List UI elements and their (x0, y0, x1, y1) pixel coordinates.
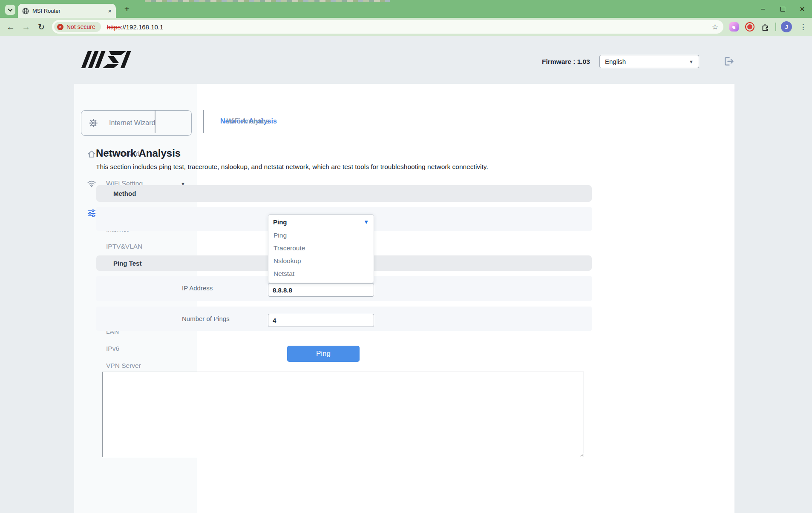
method-dropdown-list: Ping Traceroute Nslookup Netstat (268, 229, 374, 283)
sliders-icon (87, 209, 96, 218)
language-select[interactable]: English ▼ (599, 55, 699, 68)
number-of-pings-label: Number of Pings (182, 315, 230, 322)
method-dropdown: Ping ▼ Ping Traceroute Nslookup Netstat (268, 214, 374, 283)
number-of-pings-input[interactable] (268, 314, 374, 327)
sidebar-subitem-iptv-vlan[interactable]: IPTV&VLAN (106, 241, 142, 252)
not-secure-label: Not secure (66, 23, 95, 30)
close-button[interactable]: × (792, 0, 812, 18)
page-title: Network Analysis (96, 147, 181, 159)
minimize-button[interactable]: – (753, 0, 773, 18)
reload-button[interactable]: ↻ (34, 18, 49, 36)
chevron-down-icon: ▼ (689, 59, 694, 64)
home-icon (87, 149, 96, 159)
recording-indicator-icon[interactable] (745, 22, 754, 32)
page-description: This section includes ping test, tracero… (96, 163, 488, 171)
profile-avatar[interactable]: J (781, 21, 792, 32)
method-option-netstat[interactable]: Netstat (268, 267, 374, 280)
back-button[interactable]: ← (3, 18, 18, 36)
browser-tab[interactable]: MSI Router × (18, 4, 116, 18)
extensions-puzzle-icon[interactable] (760, 22, 770, 32)
chevron-down-icon (8, 7, 12, 11)
ip-address-label: IP Address (182, 284, 213, 292)
ip-address-input[interactable] (268, 283, 374, 297)
sidebar-item-label: Internet Wizard (109, 119, 155, 127)
browser-titlebar: MSI Router × + – × (0, 0, 812, 18)
chevron-down-icon: ▼ (363, 219, 369, 225)
browser-menu-icon[interactable]: ⋮ (798, 21, 809, 32)
tab-divider (203, 110, 204, 133)
tab-wifi-analytics[interactable]: WiFi Analytics (227, 118, 269, 125)
desktop-edge-artifact (145, 0, 390, 2)
ping-button[interactable]: Ping (287, 346, 360, 362)
method-dropdown-value[interactable]: Ping ▼ (268, 215, 374, 229)
url-text: https://192.168.10.1 (107, 23, 164, 31)
extension-glyph (732, 25, 736, 29)
not-secure-badge[interactable]: × Not secure (54, 22, 101, 32)
url-scheme: https (107, 23, 121, 31)
maximize-button[interactable] (773, 0, 792, 18)
maximize-icon (780, 7, 785, 11)
content-card: Internet Wizard Dashboard WiFi Setting ▼ (74, 84, 734, 513)
firmware-version: Firmware : 1.03 (542, 58, 590, 66)
method-selected-value: Ping (273, 218, 363, 226)
wifi-icon (87, 179, 96, 189)
new-tab-button[interactable]: + (121, 3, 133, 15)
method-option-ping[interactable]: Ping (268, 229, 374, 242)
record-dot (747, 24, 752, 29)
extension-icon[interactable] (729, 22, 739, 32)
sidebar-subitem-ipv6[interactable]: IPv6 (106, 344, 119, 354)
globe-icon (22, 8, 29, 14)
bookmark-star-icon[interactable]: ☆ (712, 23, 718, 32)
toolbar-separator (775, 23, 776, 31)
address-bar[interactable]: × Not secure https://192.168.10.1 ☆ (52, 20, 723, 34)
language-value: English (605, 58, 689, 65)
sidebar-subitem-vpn-server[interactable]: VPN Server (106, 361, 141, 371)
router-page: Firmware : 1.03 English ▼ (0, 36, 812, 513)
tab-search-button[interactable] (5, 5, 15, 15)
tab-divider (155, 110, 155, 133)
method-option-nslookup[interactable]: Nslookup (268, 255, 374, 267)
ping-output-textarea[interactable] (102, 372, 584, 457)
msi-logo (81, 51, 141, 68)
sidebar-item-internet-wizard[interactable]: Internet Wizard (81, 110, 192, 136)
danger-icon: × (57, 24, 63, 30)
forward-button[interactable]: → (19, 18, 33, 36)
method-section-header: Method (96, 185, 592, 202)
tab-close-icon[interactable]: × (108, 8, 112, 14)
url-host: ://192.168.10.1 (121, 23, 163, 31)
logout-icon[interactable] (723, 56, 734, 67)
window-controls: – × (753, 0, 812, 18)
method-option-traceroute[interactable]: Traceroute (268, 242, 374, 255)
browser-toolbar: ← → ↻ × Not secure https://192.168.10.1 … (0, 18, 812, 36)
gear-icon (89, 118, 98, 128)
tab-title: MSI Router (32, 8, 104, 14)
